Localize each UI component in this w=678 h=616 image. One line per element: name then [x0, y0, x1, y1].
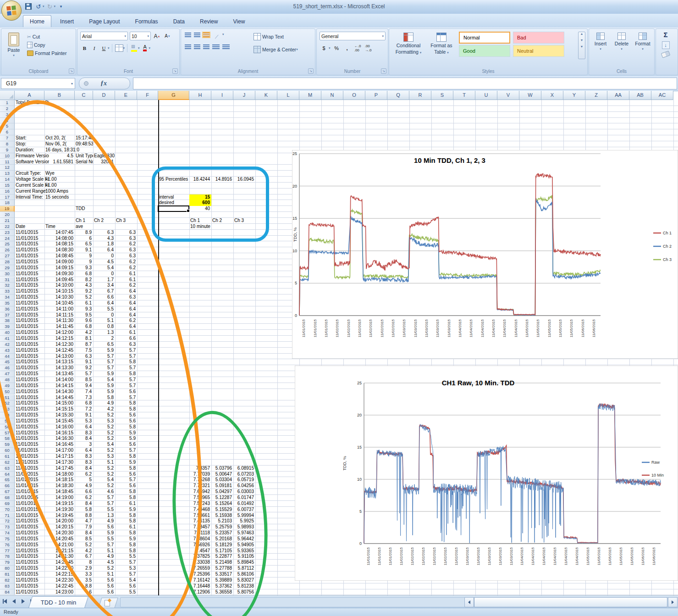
borders-button[interactable] [115, 44, 124, 52]
align-top-button[interactable] [185, 33, 191, 37]
row-header-84[interactable]: 84 [0, 589, 15, 595]
cell-A83[interactable]: 11/01/2015 [15, 583, 49, 589]
cell-A78[interactable]: 11/01/2015 [15, 554, 49, 560]
cell-B82[interactable]: 14:22:30 [44, 577, 75, 583]
row-header-69[interactable]: 69 [0, 501, 15, 507]
office-button[interactable] [1, 0, 22, 21]
cell-A74[interactable]: 11/01/2015 [15, 530, 49, 536]
column-header-E[interactable]: E [115, 91, 137, 100]
column-header-U[interactable]: U [475, 91, 497, 100]
row-header-71[interactable]: 71 [0, 513, 15, 519]
column-header-B[interactable]: B [44, 91, 75, 100]
tab-view[interactable]: View [227, 16, 252, 27]
column-header-K[interactable]: K [255, 91, 277, 100]
clear-button[interactable] [661, 50, 671, 58]
row-header-78[interactable]: 78 [0, 554, 15, 560]
increase-decimal-button[interactable]: ←.0.00 [353, 44, 362, 52]
column-header-M[interactable]: M [299, 91, 321, 100]
column-header-N[interactable]: N [321, 91, 343, 100]
clipboard-dialog-launcher[interactable]: ↘ [69, 68, 74, 74]
decrease-decimal-button[interactable]: .00→.0 [364, 44, 373, 52]
decrease-indent-button[interactable] [212, 44, 220, 49]
column-header-S[interactable]: S [431, 91, 453, 100]
row-header-80[interactable]: 80 [0, 566, 15, 572]
tab-data[interactable]: Data [167, 16, 191, 27]
wrap-text-button[interactable]: Wrap Text [254, 33, 298, 41]
style-bad[interactable]: Bad [513, 32, 564, 44]
fill-color-button[interactable]: ▨ [130, 44, 138, 52]
fill-button[interactable]: ↓ [662, 41, 670, 49]
column-header-AC[interactable]: AC [651, 91, 673, 100]
column-header-Y[interactable]: Y [563, 91, 585, 100]
next-sheet-button[interactable] [19, 598, 27, 605]
row-header-76[interactable]: 76 [0, 542, 15, 548]
column-header-H[interactable]: H [189, 91, 211, 100]
tab-review[interactable]: Review [193, 16, 224, 27]
row-header-74[interactable]: 74 [0, 530, 15, 536]
cell-A75[interactable]: 11/01/2015 [15, 536, 49, 542]
column-header-P[interactable]: P [365, 91, 387, 100]
column-header-A[interactable]: A [15, 91, 44, 100]
style-normal[interactable]: Normal [459, 32, 510, 44]
copy-button[interactable]: Copy [27, 41, 66, 49]
number-dialog-launcher[interactable]: ↘ [381, 68, 386, 74]
column-header-C[interactable]: C [75, 91, 93, 100]
row-header-68[interactable]: 68 [0, 495, 15, 501]
shrink-font-button[interactable]: A▼ [163, 32, 172, 40]
comma-button[interactable]: , [343, 44, 352, 52]
column-header-V[interactable]: V [497, 91, 519, 100]
select-all-corner[interactable] [0, 91, 15, 100]
row-header-77[interactable]: 77 [0, 548, 15, 554]
column-header-Q[interactable]: Q [387, 91, 409, 100]
row-header-62[interactable]: 62 [0, 460, 15, 466]
sheet-tab-active[interactable]: TDD - 10 min [28, 596, 89, 608]
cell-A82[interactable]: 11/01/2015 [15, 577, 49, 583]
row-header-75[interactable]: 75 [0, 536, 15, 542]
cell-B83[interactable]: 14:22:45 [44, 583, 75, 589]
scroll-left-button[interactable] [464, 597, 474, 607]
orientation-button[interactable]: ⟋ [212, 33, 221, 41]
accounting-format-button[interactable]: $ [320, 44, 328, 52]
tab-formulas[interactable]: Formulas [129, 16, 165, 27]
insert-cells-button[interactable]: Insert▾ [591, 31, 610, 51]
cell-B81[interactable]: 14:22:15 [44, 572, 75, 577]
column-header-F[interactable]: F [137, 91, 158, 100]
align-middle-button[interactable] [194, 33, 200, 37]
bold-button[interactable]: B [80, 44, 89, 52]
first-sheet-button[interactable] [1, 598, 8, 605]
conditional-formatting-button[interactable]: ConditionalFormatting ▾ [392, 31, 425, 55]
column-header-AB[interactable]: AB [629, 91, 651, 100]
font-name-select[interactable]: Arial▾ [80, 32, 128, 40]
format-painter-button[interactable]: Format Painter [27, 49, 66, 57]
cell-A84[interactable]: 11/01/2015 [15, 589, 49, 595]
font-dialog-launcher[interactable]: ↘ [172, 68, 178, 74]
format-as-table-button[interactable]: Format asTable ▾ [427, 31, 456, 55]
column-header-I[interactable]: I [211, 91, 233, 100]
style-good[interactable]: Good [459, 45, 510, 57]
insert-function-button[interactable]: ƒx [79, 78, 130, 89]
merge-center-button[interactable]: Merge & Center▾ [254, 45, 298, 54]
tab-home[interactable]: Home [23, 15, 51, 27]
format-cells-button[interactable]: Format▾ [633, 31, 652, 51]
underline-button[interactable]: U [99, 44, 108, 52]
style-neutral[interactable]: Neutral [513, 45, 564, 57]
delete-cells-button[interactable]: Delete▾ [612, 31, 631, 51]
align-bottom-button[interactable] [203, 33, 209, 37]
row-header-70[interactable]: 70 [0, 507, 15, 513]
align-left-button[interactable] [185, 44, 191, 49]
font-color-button[interactable]: A [141, 44, 149, 52]
row-header-1[interactable]: 1 [0, 100, 15, 106]
cut-button[interactable]: ✂Cut [27, 33, 66, 41]
cell-A81[interactable]: 11/01/2015 [15, 572, 49, 577]
percent-button[interactable]: % [332, 44, 341, 52]
chart-ch1-raw[interactable]: 0510152025CH1 Raw, 10 Min. TDDTDD, %11/0… [295, 366, 678, 581]
align-center-button[interactable] [194, 44, 200, 49]
grow-font-button[interactable]: A▲ [153, 32, 161, 40]
column-header-J[interactable]: J [233, 91, 255, 100]
row-header-60[interactable]: 60 [0, 448, 15, 454]
scroll-right-button[interactable] [668, 597, 678, 607]
font-size-select[interactable]: 10▾ [130, 32, 151, 40]
row-header-66[interactable]: 66 [0, 483, 15, 489]
row-header-63[interactable]: 63 [0, 466, 15, 472]
horizontal-scrollbar-thumb[interactable] [474, 597, 667, 607]
